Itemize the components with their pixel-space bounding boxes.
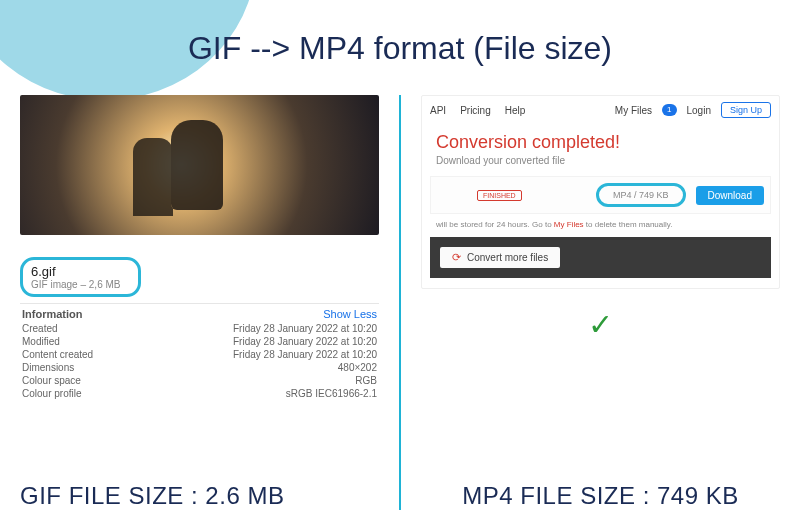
info-value: Friday 28 January 2022 at 10:20	[233, 349, 377, 360]
info-value: RGB	[355, 375, 377, 386]
converter-card: API Pricing Help My Files 1 Login Sign U…	[421, 95, 780, 289]
info-key: Created	[22, 323, 58, 334]
nav-api[interactable]: API	[430, 105, 446, 116]
info-row: ModifiedFriday 28 January 2022 at 10:20	[20, 335, 379, 348]
show-less-link[interactable]: Show Less	[323, 308, 377, 320]
gif-thumbnail	[20, 95, 379, 235]
page-title: GIF --> MP4 format (File size)	[0, 30, 800, 67]
file-type-size: GIF image – 2,6 MB	[31, 279, 120, 290]
info-row: Content createdFriday 28 January 2022 at…	[20, 348, 379, 361]
columns: 6.gif GIF image – 2,6 MB Information Sho…	[20, 95, 780, 510]
converter-nav: API Pricing Help My Files 1 Login Sign U…	[430, 102, 771, 118]
info-row: Colour spaceRGB	[20, 374, 379, 387]
info-key: Colour profile	[22, 388, 81, 399]
finished-badge: FINISHED	[477, 190, 522, 201]
storage-note-pre: will be stored for 24 hours. Go to	[436, 220, 554, 229]
signup-button[interactable]: Sign Up	[721, 102, 771, 118]
info-row: Colour profilesRGB IEC61966-2.1	[20, 387, 379, 400]
nav-login[interactable]: Login	[687, 105, 711, 116]
info-row: CreatedFriday 28 January 2022 at 10:20	[20, 322, 379, 335]
info-value: Friday 28 January 2022 at 10:20	[233, 323, 377, 334]
info-value: 480×202	[338, 362, 377, 373]
myfiles-count-badge: 1	[662, 104, 676, 116]
download-button[interactable]: Download	[696, 186, 764, 205]
result-row: FINISHED MP4 / 749 KB Download	[430, 176, 771, 214]
result-size-badge: MP4 / 749 KB	[596, 183, 686, 207]
myfiles-link[interactable]: My Files	[554, 220, 584, 229]
checkmark-icon: ✓	[421, 307, 780, 342]
info-value: Friday 28 January 2022 at 10:20	[233, 336, 377, 347]
info-label: Information	[22, 308, 83, 320]
left-panel: 6.gif GIF image – 2,6 MB Information Sho…	[20, 95, 379, 510]
convert-more-label: Convert more files	[467, 252, 548, 263]
info-key: Modified	[22, 336, 60, 347]
left-caption: GIF FILE SIZE : 2.6 MB	[20, 468, 379, 510]
conversion-subtitle: Download your converted file	[430, 155, 771, 176]
file-badge: 6.gif GIF image – 2,6 MB	[20, 257, 141, 297]
info-value: sRGB IEC61966-2.1	[286, 388, 377, 399]
conversion-title: Conversion completed!	[430, 130, 771, 155]
reload-icon: ⟳	[452, 251, 461, 264]
nav-pricing[interactable]: Pricing	[460, 105, 491, 116]
right-caption: MP4 FILE SIZE : 749 KB	[421, 468, 780, 510]
storage-note: will be stored for 24 hours. Go to My Fi…	[430, 214, 771, 237]
convert-more-button[interactable]: ⟳ Convert more files	[440, 247, 560, 268]
nav-myfiles[interactable]: My Files	[615, 105, 652, 116]
right-panel: API Pricing Help My Files 1 Login Sign U…	[421, 95, 780, 510]
info-key: Dimensions	[22, 362, 74, 373]
vertical-separator	[399, 95, 401, 510]
info-row: Dimensions480×202	[20, 361, 379, 374]
dark-bar: ⟳ Convert more files	[430, 237, 771, 278]
info-header-row: Information Show Less	[20, 303, 379, 322]
nav-help[interactable]: Help	[505, 105, 526, 116]
filename: 6.gif	[31, 264, 120, 279]
info-key: Colour space	[22, 375, 81, 386]
storage-note-post: to delete them manually.	[584, 220, 673, 229]
info-key: Content created	[22, 349, 93, 360]
info-table: CreatedFriday 28 January 2022 at 10:20Mo…	[20, 322, 379, 400]
